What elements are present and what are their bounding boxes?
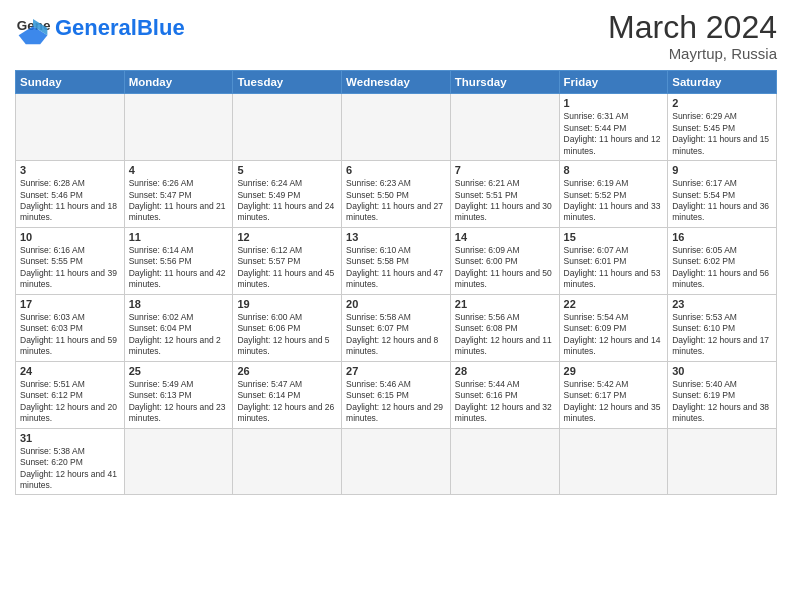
calendar-cell [233,94,342,161]
day-info: Sunrise: 5:51 AM Sunset: 6:12 PM Dayligh… [20,379,120,425]
day-of-week-tuesday: Tuesday [233,71,342,94]
day-number: 25 [129,365,229,377]
day-info: Sunrise: 6:28 AM Sunset: 5:46 PM Dayligh… [20,178,120,224]
day-of-week-friday: Friday [559,71,668,94]
day-info: Sunrise: 5:38 AM Sunset: 6:20 PM Dayligh… [20,446,120,492]
day-info: Sunrise: 6:10 AM Sunset: 5:58 PM Dayligh… [346,245,446,291]
calendar-cell: 29Sunrise: 5:42 AM Sunset: 6:17 PM Dayli… [559,361,668,428]
calendar-cell: 8Sunrise: 6:19 AM Sunset: 5:52 PM Daylig… [559,161,668,228]
day-info: Sunrise: 6:31 AM Sunset: 5:44 PM Dayligh… [564,111,664,157]
logo: General GeneralBlue [15,10,185,46]
calendar-cell: 17Sunrise: 6:03 AM Sunset: 6:03 PM Dayli… [16,294,125,361]
day-number: 28 [455,365,555,377]
calendar-cell: 25Sunrise: 5:49 AM Sunset: 6:13 PM Dayli… [124,361,233,428]
day-number: 5 [237,164,337,176]
week-row-0: 1Sunrise: 6:31 AM Sunset: 5:44 PM Daylig… [16,94,777,161]
week-row-5: 31Sunrise: 5:38 AM Sunset: 6:20 PM Dayli… [16,428,777,495]
calendar-cell: 2Sunrise: 6:29 AM Sunset: 5:45 PM Daylig… [668,94,777,161]
calendar-cell [559,428,668,495]
calendar-cell: 22Sunrise: 5:54 AM Sunset: 6:09 PM Dayli… [559,294,668,361]
day-number: 2 [672,97,772,109]
week-row-1: 3Sunrise: 6:28 AM Sunset: 5:46 PM Daylig… [16,161,777,228]
day-number: 1 [564,97,664,109]
day-info: Sunrise: 6:00 AM Sunset: 6:06 PM Dayligh… [237,312,337,358]
day-info: Sunrise: 5:49 AM Sunset: 6:13 PM Dayligh… [129,379,229,425]
calendar-cell: 20Sunrise: 5:58 AM Sunset: 6:07 PM Dayli… [342,294,451,361]
calendar-cell: 18Sunrise: 6:02 AM Sunset: 6:04 PM Dayli… [124,294,233,361]
logo-blue: Blue [137,15,185,40]
day-number: 14 [455,231,555,243]
day-number: 13 [346,231,446,243]
day-info: Sunrise: 6:07 AM Sunset: 6:01 PM Dayligh… [564,245,664,291]
calendar-cell: 26Sunrise: 5:47 AM Sunset: 6:14 PM Dayli… [233,361,342,428]
day-info: Sunrise: 6:23 AM Sunset: 5:50 PM Dayligh… [346,178,446,224]
day-number: 3 [20,164,120,176]
calendar-cell [668,428,777,495]
day-info: Sunrise: 6:12 AM Sunset: 5:57 PM Dayligh… [237,245,337,291]
day-of-week-saturday: Saturday [668,71,777,94]
day-info: Sunrise: 5:44 AM Sunset: 6:16 PM Dayligh… [455,379,555,425]
day-info: Sunrise: 6:05 AM Sunset: 6:02 PM Dayligh… [672,245,772,291]
day-number: 21 [455,298,555,310]
day-info: Sunrise: 5:42 AM Sunset: 6:17 PM Dayligh… [564,379,664,425]
calendar-cell: 14Sunrise: 6:09 AM Sunset: 6:00 PM Dayli… [450,227,559,294]
day-number: 7 [455,164,555,176]
calendar-cell: 6Sunrise: 6:23 AM Sunset: 5:50 PM Daylig… [342,161,451,228]
day-info: Sunrise: 5:46 AM Sunset: 6:15 PM Dayligh… [346,379,446,425]
day-of-week-thursday: Thursday [450,71,559,94]
calendar-cell: 13Sunrise: 6:10 AM Sunset: 5:58 PM Dayli… [342,227,451,294]
calendar-cell: 11Sunrise: 6:14 AM Sunset: 5:56 PM Dayli… [124,227,233,294]
day-info: Sunrise: 6:16 AM Sunset: 5:55 PM Dayligh… [20,245,120,291]
day-number: 26 [237,365,337,377]
day-number: 4 [129,164,229,176]
day-info: Sunrise: 5:53 AM Sunset: 6:10 PM Dayligh… [672,312,772,358]
calendar-table: SundayMondayTuesdayWednesdayThursdayFrid… [15,70,777,495]
calendar-cell: 1Sunrise: 6:31 AM Sunset: 5:44 PM Daylig… [559,94,668,161]
calendar-cell: 19Sunrise: 6:00 AM Sunset: 6:06 PM Dayli… [233,294,342,361]
day-info: Sunrise: 6:26 AM Sunset: 5:47 PM Dayligh… [129,178,229,224]
day-info: Sunrise: 5:47 AM Sunset: 6:14 PM Dayligh… [237,379,337,425]
day-number: 16 [672,231,772,243]
calendar-cell [342,94,451,161]
day-info: Sunrise: 6:02 AM Sunset: 6:04 PM Dayligh… [129,312,229,358]
day-number: 6 [346,164,446,176]
calendar-cell: 31Sunrise: 5:38 AM Sunset: 6:20 PM Dayli… [16,428,125,495]
day-of-week-wednesday: Wednesday [342,71,451,94]
calendar-cell: 28Sunrise: 5:44 AM Sunset: 6:16 PM Dayli… [450,361,559,428]
day-info: Sunrise: 6:24 AM Sunset: 5:49 PM Dayligh… [237,178,337,224]
calendar-cell: 30Sunrise: 5:40 AM Sunset: 6:19 PM Dayli… [668,361,777,428]
day-info: Sunrise: 6:19 AM Sunset: 5:52 PM Dayligh… [564,178,664,224]
day-info: Sunrise: 6:09 AM Sunset: 6:00 PM Dayligh… [455,245,555,291]
calendar-cell: 3Sunrise: 6:28 AM Sunset: 5:46 PM Daylig… [16,161,125,228]
day-info: Sunrise: 5:56 AM Sunset: 6:08 PM Dayligh… [455,312,555,358]
calendar-cell [450,94,559,161]
day-info: Sunrise: 5:40 AM Sunset: 6:19 PM Dayligh… [672,379,772,425]
header: General GeneralBlue March 2024 Mayrtup, … [15,10,777,62]
day-number: 20 [346,298,446,310]
day-number: 12 [237,231,337,243]
calendar-cell: 16Sunrise: 6:05 AM Sunset: 6:02 PM Dayli… [668,227,777,294]
calendar-cell [450,428,559,495]
calendar-cell: 5Sunrise: 6:24 AM Sunset: 5:49 PM Daylig… [233,161,342,228]
day-number: 15 [564,231,664,243]
title-area: March 2024 Mayrtup, Russia [608,10,777,62]
calendar-cell [124,428,233,495]
logo-text: GeneralBlue [55,17,185,39]
calendar-cell: 7Sunrise: 6:21 AM Sunset: 5:51 PM Daylig… [450,161,559,228]
day-info: Sunrise: 6:21 AM Sunset: 5:51 PM Dayligh… [455,178,555,224]
calendar-header-row: SundayMondayTuesdayWednesdayThursdayFrid… [16,71,777,94]
day-number: 29 [564,365,664,377]
location: Mayrtup, Russia [608,45,777,62]
day-info: Sunrise: 5:54 AM Sunset: 6:09 PM Dayligh… [564,312,664,358]
calendar-cell: 9Sunrise: 6:17 AM Sunset: 5:54 PM Daylig… [668,161,777,228]
calendar-cell: 27Sunrise: 5:46 AM Sunset: 6:15 PM Dayli… [342,361,451,428]
calendar-cell: 24Sunrise: 5:51 AM Sunset: 6:12 PM Dayli… [16,361,125,428]
calendar-cell: 15Sunrise: 6:07 AM Sunset: 6:01 PM Dayli… [559,227,668,294]
calendar-cell: 23Sunrise: 5:53 AM Sunset: 6:10 PM Dayli… [668,294,777,361]
day-info: Sunrise: 5:58 AM Sunset: 6:07 PM Dayligh… [346,312,446,358]
day-of-week-sunday: Sunday [16,71,125,94]
calendar-cell: 12Sunrise: 6:12 AM Sunset: 5:57 PM Dayli… [233,227,342,294]
calendar-cell [124,94,233,161]
day-number: 31 [20,432,120,444]
day-number: 24 [20,365,120,377]
